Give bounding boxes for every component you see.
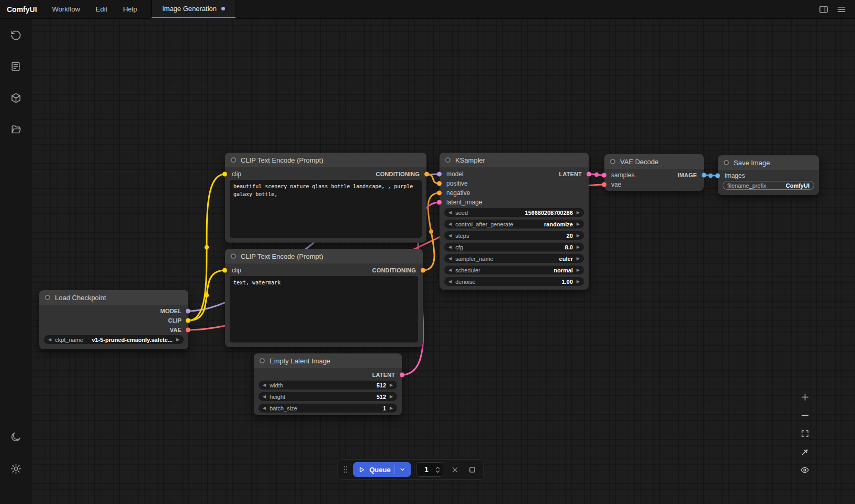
hamburger-menu-icon[interactable] — [834, 2, 849, 17]
output-port-model[interactable] — [186, 309, 190, 314]
increment-arrow-icon[interactable]: ▶ — [577, 234, 580, 238]
cancel-x-icon[interactable] — [449, 463, 460, 476]
toggle-panel-icon[interactable] — [816, 2, 831, 17]
node-header[interactable]: KSampler — [440, 153, 589, 167]
theme-toggle-moon-icon[interactable] — [0, 425, 31, 449]
collapse-dot-icon[interactable] — [231, 254, 236, 259]
zoom-out-icon[interactable] — [797, 408, 812, 422]
input-port-positive[interactable] — [437, 181, 442, 186]
output-port-latent[interactable] — [400, 373, 404, 377]
node-header[interactable]: CLIP Text Encode (Prompt) — [225, 249, 423, 264]
link-midpoint-dot[interactable] — [594, 173, 599, 177]
increment-arrow-icon[interactable]: ▶ — [577, 245, 580, 249]
decrement-arrow-icon[interactable]: ◀ — [448, 222, 452, 226]
stepper-down-icon[interactable] — [435, 470, 440, 473]
widget-control-after-generate[interactable]: ◀ control_after_generate randomize ▶ — [444, 220, 584, 228]
output-port-conditioning[interactable] — [421, 268, 425, 273]
model-library-icon[interactable] — [0, 86, 31, 110]
node-load-checkpoint[interactable]: Load Checkpoint MODEL CLIP VAE ◀ ckpt_na… — [39, 290, 188, 349]
widget-height[interactable]: ◀ height 512 ▶ — [258, 392, 397, 401]
increment-arrow-icon[interactable]: ▶ — [577, 268, 580, 272]
toggle-links-eye-icon[interactable] — [797, 463, 812, 477]
decrement-arrow-icon[interactable]: ◀ — [448, 245, 452, 249]
collapse-dot-icon[interactable] — [445, 157, 451, 163]
widget-width[interactable]: ◀ width 512 ▶ — [258, 381, 397, 390]
node-library-icon[interactable] — [0, 54, 31, 78]
collapse-dot-icon[interactable] — [45, 295, 50, 300]
output-port-conditioning[interactable] — [424, 172, 429, 177]
widget-cfg[interactable]: ◀ cfg 8.0 ▶ — [444, 243, 584, 251]
input-port-vae[interactable] — [602, 182, 606, 187]
widget-steps[interactable]: ◀ steps 20 ▶ — [444, 231, 584, 240]
stepper-up-icon[interactable] — [435, 466, 440, 469]
input-port-model[interactable] — [437, 172, 442, 177]
decrement-arrow-icon[interactable]: ◀ — [448, 257, 452, 261]
decrement-arrow-icon[interactable]: ◀ — [448, 234, 452, 238]
batch-count-stepper[interactable]: 1 — [417, 462, 443, 477]
node-clip-text-encode-negative[interactable]: CLIP Text Encode (Prompt) clip CONDITION… — [225, 249, 423, 347]
prompt-textarea[interactable]: text, watermark — [230, 276, 418, 342]
increment-arrow-icon[interactable]: ▶ — [176, 338, 179, 342]
workflow-history-icon[interactable] — [0, 23, 31, 47]
input-port-clip[interactable] — [222, 268, 227, 273]
node-header[interactable]: VAE Decode — [604, 154, 704, 169]
stop-square-icon[interactable] — [467, 463, 478, 476]
output-port-clip[interactable] — [186, 318, 190, 323]
node-graph-canvas[interactable]: Load Checkpoint MODEL CLIP VAE ◀ ckpt_na… — [31, 19, 855, 504]
menu-help[interactable]: Help — [115, 0, 145, 18]
widget-scheduler[interactable]: ◀ scheduler normal ▶ — [444, 266, 584, 274]
node-header[interactable]: Save Image — [718, 155, 819, 170]
workflows-folder-icon[interactable] — [0, 117, 31, 141]
input-port-images[interactable] — [715, 174, 720, 178]
increment-arrow-icon[interactable]: ▶ — [577, 280, 580, 284]
widget-sampler-name[interactable]: ◀ sampler_name euler ▶ — [444, 254, 584, 263]
prompt-textarea[interactable]: beautiful scenery nature glass bottle la… — [230, 180, 422, 238]
widget-seed[interactable]: ◀ seed 156680208700286 ▶ — [444, 208, 584, 217]
decrement-arrow-icon[interactable]: ◀ — [263, 395, 266, 399]
pan-mode-arrow-icon[interactable] — [797, 444, 812, 459]
batch-count-value[interactable]: 1 — [417, 465, 435, 474]
increment-arrow-icon[interactable]: ▶ — [390, 406, 393, 410]
increment-arrow-icon[interactable]: ▶ — [577, 222, 580, 226]
decrement-arrow-icon[interactable]: ◀ — [448, 211, 452, 215]
settings-gear-icon[interactable] — [0, 456, 31, 480]
increment-arrow-icon[interactable]: ▶ — [390, 383, 393, 387]
increment-arrow-icon[interactable]: ▶ — [390, 395, 393, 399]
link-midpoint-dot[interactable] — [708, 174, 713, 178]
fit-view-icon[interactable] — [797, 426, 812, 441]
collapse-dot-icon[interactable] — [260, 358, 265, 363]
collapse-dot-icon[interactable] — [724, 160, 729, 165]
collapse-dot-icon[interactable] — [610, 159, 615, 164]
decrement-arrow-icon[interactable]: ◀ — [448, 280, 452, 284]
menu-edit[interactable]: Edit — [88, 0, 115, 18]
input-port-clip[interactable] — [222, 172, 227, 177]
decrement-arrow-icon[interactable]: ◀ — [263, 383, 266, 387]
node-header[interactable]: CLIP Text Encode (Prompt) — [225, 153, 426, 167]
node-save-image[interactable]: Save Image images filename_prefix ComfyU… — [718, 155, 819, 195]
queue-button[interactable]: Queue — [353, 462, 411, 477]
node-clip-text-encode-positive[interactable]: CLIP Text Encode (Prompt) clip CONDITION… — [225, 153, 426, 243]
output-port-image[interactable] — [702, 173, 706, 178]
app-logo[interactable]: ComfyUI — [0, 0, 44, 18]
node-empty-latent-image[interactable]: Empty Latent Image LATENT ◀ width 512 ▶ … — [254, 353, 402, 415]
node-vae-decode[interactable]: VAE Decode samples vae IMAGE — [604, 154, 704, 191]
increment-arrow-icon[interactable]: ▶ — [577, 211, 580, 215]
node-header[interactable]: Load Checkpoint — [39, 290, 188, 305]
output-port-latent[interactable] — [587, 172, 591, 177]
menu-workflow[interactable]: Workflow — [44, 0, 88, 18]
decrement-arrow-icon[interactable]: ◀ — [263, 406, 266, 410]
input-port-negative[interactable] — [437, 191, 442, 196]
link-midpoint-dot[interactable] — [205, 245, 209, 249]
input-port-latent-image[interactable] — [437, 200, 442, 205]
node-ksampler[interactable]: KSampler model positive negative latent_… — [440, 153, 589, 290]
link-midpoint-dot[interactable] — [429, 230, 433, 234]
link-midpoint-dot[interactable] — [205, 293, 209, 297]
increment-arrow-icon[interactable]: ▶ — [577, 257, 580, 261]
decrement-arrow-icon[interactable]: ◀ — [448, 268, 452, 272]
chevron-down-icon[interactable] — [399, 466, 406, 473]
drag-handle-icon[interactable] — [343, 465, 347, 474]
output-port-vae[interactable] — [186, 328, 190, 333]
widget-denoise[interactable]: ◀ denoise 1.00 ▶ — [444, 277, 584, 286]
widget-ckpt-name[interactable]: ◀ ckpt_name v1-5-pruned-emaonly.safete..… — [44, 335, 184, 344]
node-header[interactable]: Empty Latent Image — [254, 353, 402, 368]
